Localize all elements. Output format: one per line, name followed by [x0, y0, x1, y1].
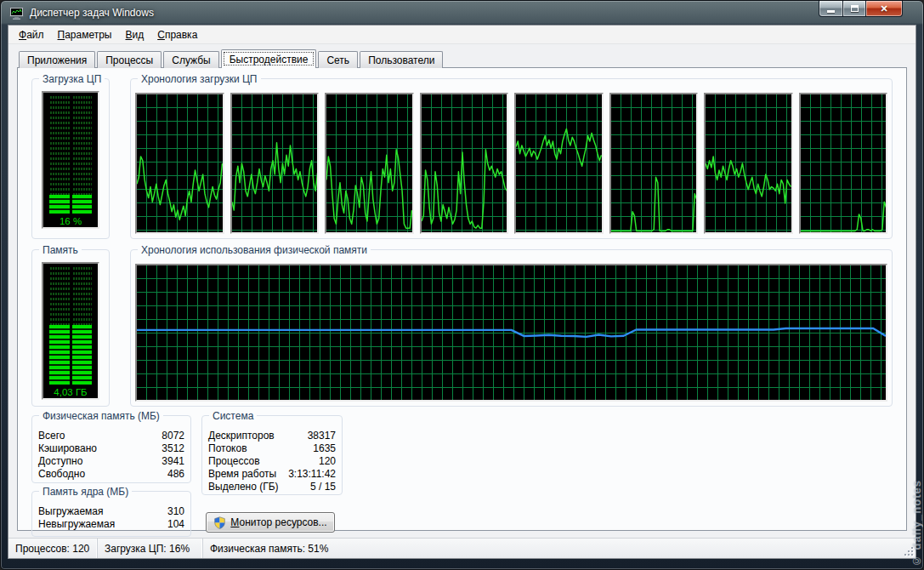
- tab-area: Приложения Процессы Службы Быстродействи…: [9, 44, 915, 538]
- cpu-history-group: Хронология загрузки ЦП: [130, 78, 893, 239]
- resource-monitor-button-label: Монитор ресурсов...: [230, 516, 326, 528]
- stat-row: Дескрипторов38317: [208, 430, 336, 442]
- tab-services[interactable]: Службы: [163, 51, 218, 68]
- stat-row: Время работы3:13:11:42: [208, 468, 336, 481]
- cpu-history-graph-1: [135, 93, 224, 234]
- stat-value: 3:13:11:42: [288, 468, 336, 481]
- stat-label: Доступно: [38, 455, 82, 468]
- stat-row: Процессов120: [208, 455, 336, 468]
- stat-row: Выгружаемая310: [38, 505, 184, 518]
- cpu-history-graph-8: [799, 93, 888, 234]
- system-group: Система Дескрипторов38317 Потоков1635 Пр…: [201, 415, 343, 495]
- cpu-history-graph-5: [514, 93, 604, 234]
- stat-label: Свободно: [38, 468, 85, 481]
- client-area: Файл Параметры Вид Справка Приложения Пр…: [8, 25, 916, 559]
- physical-memory-group-label: Физическая память (МБ): [39, 410, 163, 422]
- memory-history-graph: [135, 264, 887, 402]
- stat-value: 310: [167, 505, 184, 518]
- maximize-icon: [851, 5, 859, 12]
- stat-value: 1635: [313, 442, 336, 455]
- stat-row: Всего8072: [38, 430, 184, 442]
- kernel-memory-group: Память ядра (МБ) Выгружаемая310 Невыгруж…: [31, 491, 191, 537]
- cpu-history-graph-2: [230, 93, 320, 234]
- cpu-usage-gauge: 16 %: [42, 91, 99, 229]
- cpu-history-graph-6: [609, 93, 699, 234]
- maximize-button[interactable]: [843, 1, 866, 17]
- stat-value: 120: [319, 455, 336, 468]
- tab-processes[interactable]: Процессы: [97, 51, 162, 68]
- memory-gauge-divider: [70, 267, 72, 385]
- resize-grip[interactable]: [903, 545, 913, 556]
- status-bar: Процессов: 120 Загрузка ЦП: 16% Физическ…: [9, 538, 915, 558]
- stat-row: Невыгружаемая104: [38, 518, 184, 531]
- stat-value: 3941: [162, 455, 184, 468]
- kernel-memory-group-label: Память ядра (МБ): [39, 486, 132, 498]
- cpu-history-graph-7: [704, 93, 793, 234]
- cpu-history-graph-4: [420, 93, 509, 234]
- stat-label: Выделено (ГБ): [208, 481, 279, 493]
- stat-label: Потоков: [208, 442, 247, 455]
- close-button[interactable]: ✕: [866, 1, 903, 17]
- stat-label: Невыгружаемая: [38, 518, 115, 531]
- memory-history-group-label: Хронология использования физической памя…: [138, 244, 371, 256]
- task-manager-app-icon: [9, 7, 24, 20]
- tab-users[interactable]: Пользователи: [360, 51, 443, 68]
- stat-label: Кэшировано: [38, 442, 97, 455]
- memory-gauge: 4,03 ГБ: [42, 262, 99, 400]
- physical-memory-group: Физическая память (МБ) Всего8072 Кэширов…: [31, 415, 191, 483]
- system-group-label: Система: [209, 410, 257, 422]
- cpu-usage-group: Загрузка ЦП 16 %: [31, 78, 110, 239]
- menu-help[interactable]: Справка: [150, 26, 204, 43]
- stat-row: Потоков1635: [208, 442, 336, 455]
- tab-network[interactable]: Сеть: [318, 51, 358, 68]
- tab-performance[interactable]: Быстродействие: [221, 49, 317, 68]
- memory-history-group: Хронология использования физической памя…: [130, 249, 893, 407]
- menu-view[interactable]: Вид: [118, 26, 150, 43]
- stat-label: Процессов: [208, 455, 260, 468]
- uac-shield-icon: [213, 516, 226, 529]
- memory-group-label: Память: [39, 244, 82, 256]
- cpu-gauge-divider: [70, 96, 72, 214]
- stat-label: Дескрипторов: [208, 430, 275, 442]
- performance-tab-page: Загрузка ЦП 16 % Хронология загрузки ЦП: [17, 67, 907, 531]
- status-cpu-usage: Загрузка ЦП: 16%: [97, 539, 202, 558]
- stat-value: 5 / 15: [310, 481, 336, 493]
- stat-row: Выделено (ГБ)5 / 15: [208, 481, 336, 493]
- minimize-button[interactable]: [819, 1, 843, 17]
- status-physical-memory: Физическая память: 51%: [202, 539, 915, 558]
- stat-value: 486: [167, 468, 184, 481]
- close-icon: ✕: [880, 4, 887, 14]
- stat-value: 38317: [308, 430, 336, 442]
- stat-row: Кэшировано3512: [38, 442, 184, 455]
- menu-file[interactable]: Файл: [12, 26, 51, 43]
- stat-row: Свободно486: [38, 468, 184, 481]
- stat-label: Время работы: [208, 468, 276, 481]
- cpu-history-group-label: Хронология загрузки ЦП: [138, 73, 261, 85]
- stat-value: 3512: [162, 442, 184, 455]
- minimize-icon: [827, 10, 835, 13]
- tab-applications[interactable]: Приложения: [19, 51, 95, 68]
- memory-usage-value: 4,03 ГБ: [43, 387, 98, 397]
- cpu-usage-group-label: Загрузка ЦП: [39, 73, 105, 85]
- cpu-history-graph-3: [325, 93, 414, 234]
- cpu-usage-value: 16 %: [43, 216, 98, 226]
- menu-options[interactable]: Параметры: [51, 26, 119, 43]
- tab-strip: Приложения Процессы Службы Быстродействи…: [17, 49, 907, 68]
- stat-label: Всего: [38, 430, 65, 442]
- window-title: Диспетчер задач Windows: [30, 7, 154, 19]
- task-manager-window: Диспетчер задач Windows ✕ Файл Параметры…: [0, 0, 924, 570]
- cpu-history-panels: [135, 93, 887, 234]
- caption-buttons: ✕: [819, 1, 903, 17]
- stat-label: Выгружаемая: [38, 505, 103, 518]
- status-processes: Процессов: 120: [9, 539, 97, 558]
- memory-group: Память 4,03 ГБ: [31, 249, 110, 407]
- stat-value: 104: [167, 518, 184, 531]
- stat-row: Доступно3941: [38, 455, 184, 468]
- stat-value: 8072: [162, 430, 184, 442]
- title-bar[interactable]: Диспетчер задач Windows: [1, 1, 923, 25]
- resource-monitor-button[interactable]: Монитор ресурсов...: [206, 512, 335, 533]
- menu-bar: Файл Параметры Вид Справка: [9, 26, 915, 44]
